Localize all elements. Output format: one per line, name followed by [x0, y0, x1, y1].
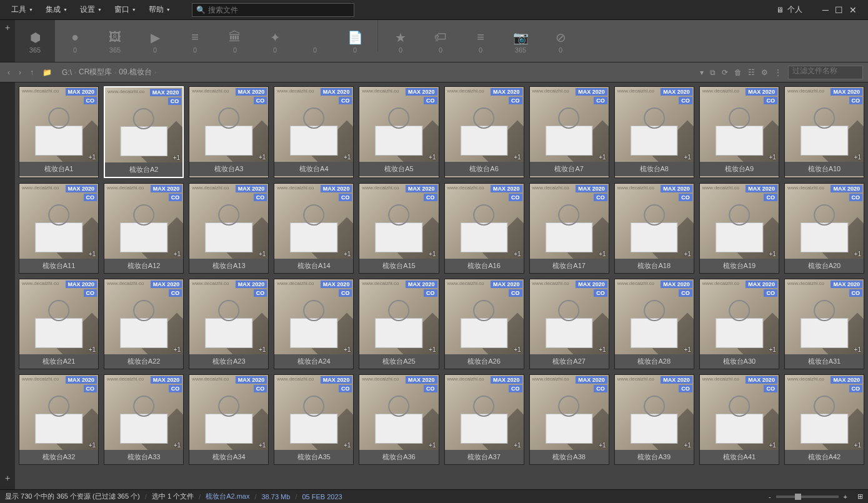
more-icon[interactable]: ⋮	[774, 68, 782, 77]
thumbnail[interactable]: MAX 2020CO+1梳妆台A13	[189, 183, 269, 274]
zoom-slider[interactable]	[776, 496, 839, 498]
refresh-icon[interactable]: ⟳	[722, 68, 728, 77]
zoom-in-icon[interactable]: +	[844, 493, 847, 501]
badge-max: MAX 2020	[746, 88, 777, 96]
tool-image[interactable]: 🖼365	[95, 20, 135, 62]
thumbnail[interactable]: MAX 2020CO+1梳妆台A21	[19, 279, 99, 369]
thumbnail[interactable]: MAX 2020CO+1梳妆台A39	[614, 374, 694, 465]
thumbnail[interactable]: MAX 2020CO+1梳妆台A35	[274, 374, 354, 465]
thumbnail[interactable]: MAX 2020CO+1梳妆台A1	[19, 86, 99, 178]
thumbnail[interactable]: MAX 2020CO+1梳妆台A31	[784, 279, 864, 369]
plus-badge: +1	[259, 251, 266, 257]
menu-item-4[interactable]: 帮助▼	[142, 2, 177, 17]
menu-item-0[interactable]: 工具▼	[5, 2, 39, 17]
nav-forward[interactable]: ›	[16, 67, 24, 78]
tool-camera[interactable]: 📷365	[501, 20, 541, 62]
add-panel-icon[interactable]: +	[5, 473, 10, 483]
thumbnail[interactable]: MAX 2020CO+1梳妆台A30	[699, 279, 779, 369]
thumbnail[interactable]: MAX 2020CO+1梳妆台A18	[614, 183, 694, 274]
layers-icon[interactable]: ☷	[748, 68, 755, 77]
thumb-label: 梳妆台A3	[189, 162, 268, 176]
close-button[interactable]: ✕	[849, 5, 857, 15]
search-box[interactable]: 🔍	[192, 3, 354, 17]
thumbnail[interactable]: MAX 2020CO+1梳妆台A3	[189, 86, 269, 178]
thumbnail[interactable]: MAX 2020CO+1梳妆台A16	[444, 183, 524, 274]
thumbnail[interactable]: MAX 2020CO+1梳妆台A23	[189, 279, 269, 369]
thumbnail[interactable]: MAX 2020CO+1梳妆台A34	[189, 374, 269, 465]
tool-tag[interactable]: 🏷0	[421, 20, 461, 62]
thumbnail[interactable]: MAX 2020CO+1梳妆台A20	[784, 183, 864, 274]
thumbnail[interactable]: MAX 2020CO+1梳妆台A22	[104, 279, 184, 369]
thumbnail[interactable]: MAX 2020CO+1梳妆台A8	[614, 86, 694, 178]
breadcrumb-part[interactable]: CR模型库	[79, 67, 112, 77]
zoom-out-icon[interactable]: -	[769, 493, 771, 501]
plus-badge: +1	[599, 346, 606, 353]
thumbnail[interactable]: MAX 2020CO+1梳妆台A28	[614, 279, 694, 369]
thumbnail[interactable]: MAX 2020CO+1梳妆台A41	[699, 374, 779, 465]
plus-badge: +1	[259, 154, 266, 161]
thumb-image: MAX 2020CO+1	[274, 375, 353, 450]
grid-size-icon[interactable]: ⊞	[857, 492, 863, 501]
thumb-label: 梳妆台A42	[785, 450, 864, 464]
thumbnail[interactable]: MAX 2020CO+1梳妆台A37	[444, 374, 524, 465]
thumbnail[interactable]: MAX 2020CO+1梳妆台A25	[359, 279, 439, 369]
tool-file[interactable]: 📄0	[335, 20, 375, 62]
filter-input[interactable]	[792, 66, 859, 75]
breadcrumb-part[interactable]: 09.梳妆台	[119, 67, 152, 77]
breadcrumb-part[interactable]: G:\	[62, 68, 72, 77]
thumbnail[interactable]: MAX 2020CO+1梳妆台A14	[274, 183, 354, 274]
personal-badge[interactable]: 🖥 个人	[771, 4, 807, 15]
tool-video[interactable]: ▶0	[135, 20, 175, 62]
thumbnail[interactable]: MAX 2020CO+1梳妆台A27	[529, 279, 609, 369]
thumb-label: 梳妆台A19	[700, 259, 779, 273]
copy-icon[interactable]: ⧉	[710, 68, 716, 77]
thumbnail[interactable]: MAX 2020CO+1梳妆台A33	[104, 374, 184, 465]
tool-sphere[interactable]: ●0	[55, 20, 95, 62]
tool-building[interactable]: 🏛0	[215, 20, 255, 62]
thumbnail[interactable]: MAX 2020CO+1梳妆台A10	[784, 86, 864, 178]
settings-icon[interactable]: ⚙	[761, 68, 768, 77]
trash-icon[interactable]: 🗑	[734, 68, 742, 77]
thumbnail[interactable]: MAX 2020CO+1梳妆台A5	[359, 86, 439, 178]
thumbnail[interactable]: MAX 2020CO+1梳妆台A12	[104, 183, 184, 274]
thumbnail[interactable]: MAX 2020CO+1梳妆台A2	[104, 86, 184, 178]
thumbnail[interactable]: MAX 2020CO+1梳妆台A9	[699, 86, 779, 178]
menu-item-2[interactable]: 设置▼	[74, 2, 108, 17]
thumbnail[interactable]: MAX 2020CO+1梳妆台A42	[784, 374, 864, 465]
grid-area[interactable]: MAX 2020CO+1梳妆台A1MAX 2020CO+1梳妆台A2MAX 20…	[15, 82, 868, 489]
tool-star[interactable]: ★0	[381, 20, 421, 62]
tool-code[interactable]: 0	[295, 20, 335, 62]
thumbnail[interactable]: MAX 2020CO+1梳妆台A6	[444, 86, 524, 178]
thumb-label: 梳妆台A26	[445, 354, 524, 369]
tool-audio[interactable]: ≡0	[175, 20, 215, 62]
thumbnail[interactable]: MAX 2020CO+1梳妆台A19	[699, 183, 779, 274]
menu-item-1[interactable]: 集成▼	[39, 2, 74, 17]
thumb-image: MAX 2020CO+1	[105, 87, 182, 162]
dropdown-icon[interactable]: ▾	[700, 68, 704, 77]
nav-up[interactable]: ↑	[27, 67, 36, 78]
thumbnail[interactable]: MAX 2020CO+1梳妆台A24	[274, 279, 354, 369]
tool-lines[interactable]: ≡0	[461, 20, 501, 62]
minimize-button[interactable]: ─	[822, 5, 829, 15]
thumbnail[interactable]: MAX 2020CO+1梳妆台A4	[274, 86, 354, 178]
tool-compass[interactable]: ✦0	[255, 20, 295, 62]
tool-forbidden[interactable]: ⊘0	[541, 20, 581, 62]
tool-cube[interactable]: ⬢365	[15, 20, 55, 62]
menu-item-3[interactable]: 窗口▼	[108, 2, 142, 17]
plus-badge: +1	[174, 346, 181, 353]
filter-box[interactable]	[788, 66, 863, 79]
thumbnail[interactable]: MAX 2020CO+1梳妆台A36	[359, 374, 439, 465]
thumbnail[interactable]: MAX 2020CO+1梳妆台A17	[529, 183, 609, 274]
add-icon[interactable]: +	[5, 22, 10, 32]
thumb-image: MAX 2020CO+1	[189, 184, 268, 259]
thumbnail[interactable]: MAX 2020CO+1梳妆台A7	[529, 86, 609, 178]
nav-back[interactable]: ‹	[5, 67, 12, 78]
thumbnail[interactable]: MAX 2020CO+1梳妆台A32	[19, 374, 99, 465]
thumbnail[interactable]: MAX 2020CO+1梳妆台A38	[529, 374, 609, 465]
thumb-label: 梳妆台A25	[359, 354, 438, 369]
maximize-button[interactable]: ☐	[835, 5, 843, 15]
thumbnail[interactable]: MAX 2020CO+1梳妆台A15	[359, 183, 439, 274]
thumbnail[interactable]: MAX 2020CO+1梳妆台A11	[19, 183, 99, 274]
search-input[interactable]	[208, 6, 350, 14]
thumbnail[interactable]: MAX 2020CO+1梳妆台A26	[444, 279, 524, 369]
